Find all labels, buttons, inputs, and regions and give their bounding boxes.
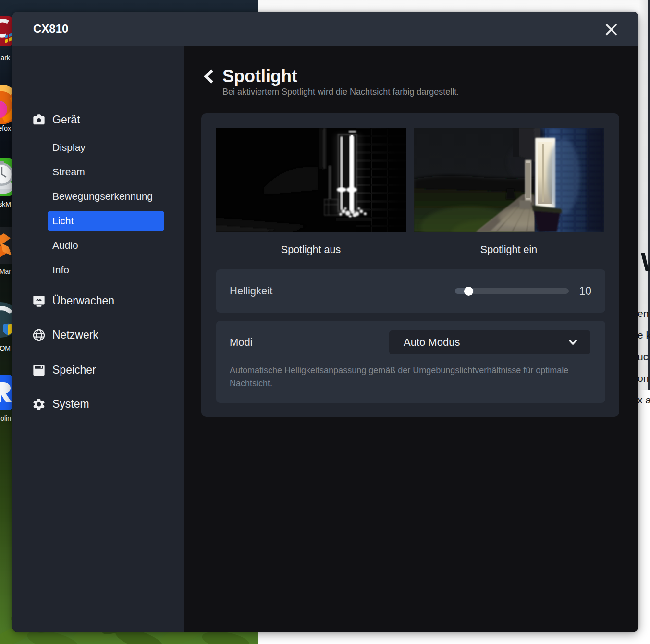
svg-text:ark: ark bbox=[1, 54, 11, 61]
svg-text:Mar: Mar bbox=[0, 267, 11, 275]
svg-text:olin: olin bbox=[0, 414, 11, 422]
svg-text:efox: efox bbox=[0, 124, 11, 132]
svg-text:iskM: iskM bbox=[0, 200, 11, 208]
svg-text:OM: OM bbox=[0, 344, 11, 352]
